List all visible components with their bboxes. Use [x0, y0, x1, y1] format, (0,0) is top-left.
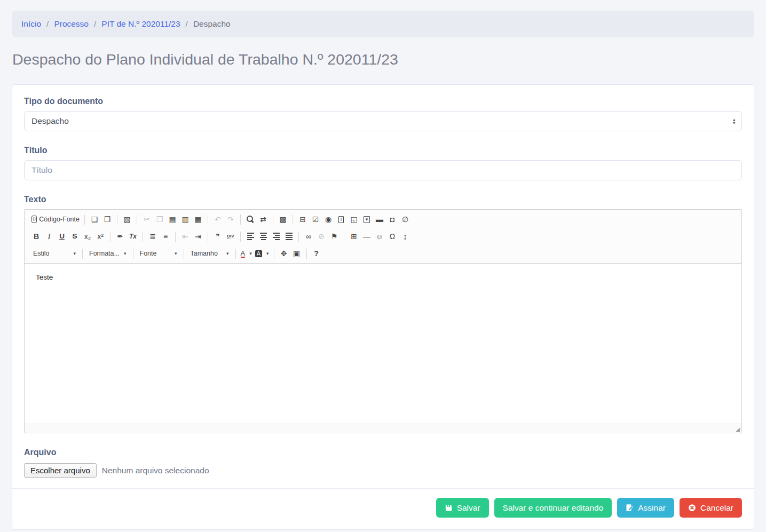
choose-file-button[interactable]: Escolher arquivo	[24, 463, 97, 478]
paste-text-button[interactable]: ▥	[179, 213, 192, 226]
toolbar-separator	[344, 232, 344, 242]
templates-button[interactable]: ▧	[121, 213, 133, 226]
font-combo[interactable]: Fonte▾	[137, 247, 180, 260]
form-button[interactable]: ⊟	[296, 213, 309, 226]
select-all-button[interactable]: ▩	[277, 213, 289, 226]
align-left-button[interactable]	[244, 230, 257, 243]
save-icon	[445, 504, 453, 512]
table-icon: ⊞	[351, 233, 357, 240]
bulleted-list-icon: ≡	[163, 233, 168, 240]
strikethrough-icon: S	[72, 233, 77, 240]
div-container-button[interactable]: DIV	[224, 230, 237, 243]
source-button[interactable]: ⟨⟩Código-Fonte	[30, 213, 81, 226]
dropdown-arrow-icon: ▾	[226, 251, 229, 256]
arquivo-label: Arquivo	[24, 448, 742, 457]
show-blocks-icon: ▣	[293, 250, 300, 257]
align-center-button[interactable]	[257, 230, 270, 243]
breadcrumb-item-3[interactable]: PIT de N.º 202011/23	[101, 19, 180, 29]
toolbar-separator	[117, 215, 117, 225]
special-char-button[interactable]: Ω	[386, 230, 399, 243]
undo-icon: ↶	[215, 216, 221, 223]
salvar-button-label: Salvar	[457, 503, 480, 513]
paste-word-button[interactable]: ▦	[192, 213, 204, 226]
link-icon: ∞	[306, 233, 311, 240]
numbered-list-icon: ≣	[149, 233, 156, 240]
salvar-continuar-button[interactable]: Salvar e continuar editando	[494, 498, 612, 518]
checkbox-button[interactable]: ☑	[309, 213, 322, 226]
tipo-select[interactable]: Despacho ▲▼	[24, 111, 742, 131]
unlink-icon: ⊘	[318, 233, 325, 240]
text-field-button[interactable]: I	[335, 213, 348, 226]
text-color-button[interactable]: A▾	[239, 247, 254, 260]
maximize-button[interactable]: ✥	[278, 247, 290, 260]
page: Início/Processo/PIT de N.º 202011/23/Des…	[0, 0, 766, 530]
table-button[interactable]: ⊞	[348, 230, 360, 243]
texto-label: Texto	[24, 195, 742, 204]
textarea-button[interactable]: ◱	[348, 213, 360, 226]
maximize-icon: ✥	[281, 250, 287, 257]
underline-button[interactable]: U	[56, 230, 68, 243]
arquivo-field: Arquivo Escolher arquivo Nenhum arquivo …	[24, 448, 742, 478]
about-button[interactable]: ?	[310, 247, 323, 260]
smiley-button[interactable]: ☺	[373, 230, 386, 243]
horizontal-rule-button[interactable]: ―	[360, 230, 373, 243]
editor-content-area[interactable]: Teste	[25, 264, 741, 424]
breadcrumb-item-2[interactable]: Processo	[54, 19, 89, 29]
link-button[interactable]: ∞	[302, 230, 315, 243]
toolbar-row: Estilo▾Formata...▾Fonte▾Tamanho▾A▾A▾✥▣?	[26, 245, 740, 262]
select-field-button[interactable]: ▾	[360, 213, 373, 226]
assinar-button-label: Assinar	[638, 503, 666, 513]
style-combo[interactable]: Estilo▾	[30, 247, 79, 260]
hidden-field-button[interactable]: ∅	[399, 213, 412, 226]
page-break-button[interactable]: ↨	[399, 230, 412, 243]
editor-text: Teste	[36, 273, 730, 281]
toolbar-separator	[110, 232, 110, 242]
new-page-button[interactable]: ❏	[88, 213, 101, 226]
preview-button[interactable]: ❐	[101, 213, 114, 226]
salvar-continuar-button-label: Salvar e continuar editando	[503, 503, 604, 513]
breadcrumb-separator: /	[46, 19, 49, 29]
bold-button[interactable]: B	[30, 230, 43, 243]
undo-button: ↶	[211, 213, 224, 226]
subscript-button[interactable]: x₂	[81, 230, 94, 243]
salvar-button[interactable]: Salvar	[436, 498, 489, 518]
button-field-button[interactable]: ▬	[373, 213, 386, 226]
size-combo[interactable]: Tamanho▾	[187, 247, 232, 260]
align-right-button[interactable]	[270, 230, 282, 243]
dropdown-arrow-icon: ▾	[73, 251, 76, 256]
numbered-list-button[interactable]: ≣	[146, 230, 159, 243]
show-blocks-button[interactable]: ▣	[290, 247, 303, 260]
strikethrough-button[interactable]: S	[68, 230, 81, 243]
find-button[interactable]	[244, 213, 257, 226]
increase-indent-button[interactable]: ⇥	[192, 230, 204, 243]
select-field-icon: ▾	[364, 216, 370, 223]
cancelar-button[interactable]: Cancelar	[680, 498, 742, 518]
copy-formatting-button[interactable]: ✒	[114, 230, 127, 243]
paste-button[interactable]: ▤	[166, 213, 179, 226]
blockquote-button[interactable]: ❞	[211, 230, 224, 243]
image-button-icon: ◘	[390, 216, 394, 223]
toolbar-separator	[133, 249, 133, 259]
remove-format-button[interactable]: Tx	[127, 230, 139, 243]
source-icon: ⟨⟩	[31, 216, 37, 223]
tipo-field: Tipo do documento Despacho ▲▼	[24, 97, 742, 131]
bulleted-list-button[interactable]: ≡	[159, 230, 172, 243]
format-combo[interactable]: Formata...▾	[86, 247, 130, 260]
radio-button[interactable]: ◉	[322, 213, 335, 226]
breadcrumb-item-1[interactable]: Início	[21, 19, 41, 29]
image-button-button[interactable]: ◘	[386, 213, 399, 226]
bg-color-button[interactable]: A▾	[254, 247, 271, 260]
superscript-button[interactable]: x²	[94, 230, 107, 243]
toolbar-separator	[82, 249, 83, 259]
titulo-input[interactable]	[24, 160, 742, 180]
file-status-text: Nenhum arquivo selecionado	[102, 466, 209, 475]
anchor-button[interactable]: ⚑	[328, 230, 341, 243]
smiley-icon: ☺	[376, 233, 383, 240]
justify-button[interactable]	[282, 230, 295, 243]
resize-handle-icon[interactable]: ◢	[736, 427, 740, 432]
replace-button[interactable]: ⇄	[257, 213, 270, 226]
italic-button[interactable]: I	[43, 230, 56, 243]
toolbar-row: ⟨⟩Código-Fonte❏❐▧✂❒▤▥▦↶↷⇄▩⊟☑◉I◱▾▬◘∅	[26, 211, 740, 228]
assinar-button[interactable]: Assinar	[617, 498, 674, 518]
breadcrumb: Início/Processo/PIT de N.º 202011/23/Des…	[12, 11, 754, 37]
